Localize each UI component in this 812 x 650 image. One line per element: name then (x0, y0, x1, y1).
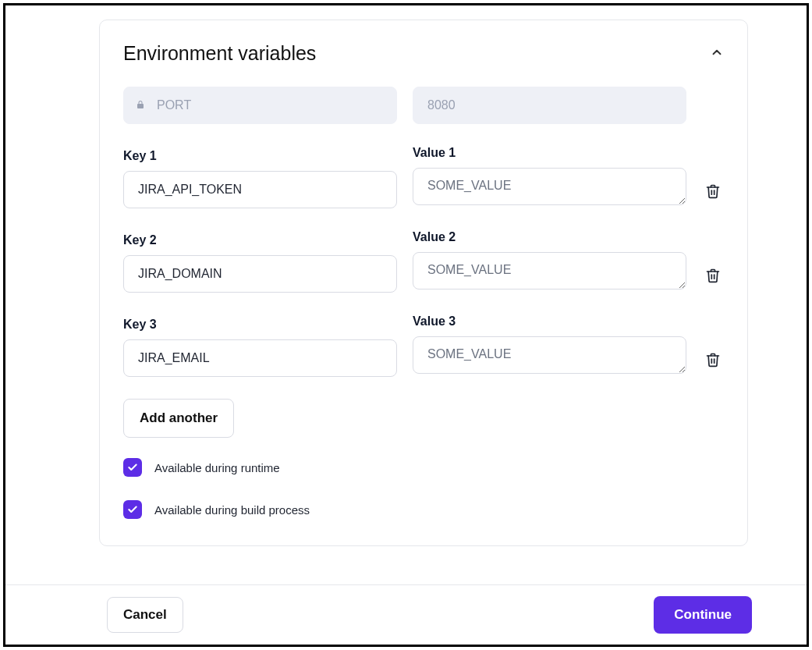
footer: Cancel Continue (5, 584, 807, 645)
build-label: Available during build process (154, 503, 310, 517)
value-label-2: Value 2 (413, 230, 686, 244)
key-input-2[interactable] (123, 255, 397, 293)
delete-row-3[interactable] (702, 352, 724, 377)
value-input-2[interactable] (413, 252, 686, 289)
env-vars-panel: Environment variables (99, 20, 748, 546)
trash-icon (705, 183, 721, 199)
key-input-3[interactable] (123, 339, 397, 377)
collapse-toggle[interactable] (710, 45, 724, 62)
check-icon (127, 462, 138, 473)
cancel-button[interactable]: Cancel (107, 597, 183, 633)
delete-row-2[interactable] (702, 268, 724, 293)
key-label-2: Key 2 (123, 233, 397, 247)
value-input-1[interactable] (413, 168, 686, 205)
trash-icon (705, 268, 721, 283)
trash-icon (705, 352, 721, 368)
continue-button[interactable]: Continue (654, 596, 752, 634)
value-input-3[interactable] (413, 336, 686, 374)
key-label-1: Key 1 (123, 149, 397, 163)
panel-title: Environment variables (123, 42, 316, 65)
key-input-1[interactable] (123, 171, 397, 208)
build-checkbox[interactable] (123, 500, 142, 519)
key-label-3: Key 3 (123, 318, 397, 332)
check-icon (127, 504, 138, 515)
add-another-button[interactable]: Add another (123, 399, 234, 438)
runtime-checkbox[interactable] (123, 458, 142, 477)
lock-icon (136, 98, 145, 112)
port-value-input (413, 87, 686, 124)
chevron-up-icon (710, 45, 724, 59)
delete-row-1[interactable] (702, 183, 724, 208)
value-label-3: Value 3 (413, 314, 686, 329)
port-key-input (123, 87, 397, 124)
runtime-label: Available during runtime (154, 461, 280, 474)
value-label-1: Value 1 (413, 146, 686, 160)
